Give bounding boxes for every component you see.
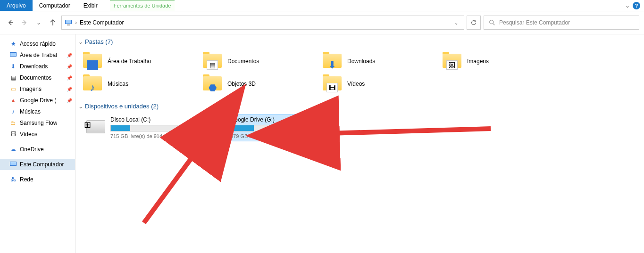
sidebar-item-downloads[interactable]: ⬇ Downloads 📌 xyxy=(0,61,75,72)
sidebar-item-images[interactable]: ▭ Imagens 📌 xyxy=(0,83,75,95)
folder-icon: 🎞 xyxy=(323,75,343,92)
sidebar-item-gdrive[interactable]: ▲ Google Drive ( 📌 xyxy=(0,95,75,106)
sidebar-item-label: Google Drive ( xyxy=(20,97,56,104)
drive-icon xyxy=(206,116,226,133)
recent-locations-button[interactable]: ⌄ xyxy=(33,17,44,28)
sidebar-item-documents[interactable]: ▤ Documentos 📌 xyxy=(0,72,75,83)
folder-label: Objetos 3D xyxy=(227,81,256,87)
folder-videos[interactable]: 🎞 Vídeos xyxy=(323,73,443,95)
menu-tab-drive-tools[interactable]: Ferramentas de Unidade xyxy=(110,0,175,11)
sidebar-quick-access[interactable]: ★ Acesso rápido xyxy=(0,38,75,49)
folder-icon: ⬇ xyxy=(323,53,343,70)
sidebar-item-label: Área de Trabal xyxy=(20,52,57,58)
video-icon: 🎞 xyxy=(9,131,17,138)
svg-line-8 xyxy=(144,152,196,223)
back-button[interactable] xyxy=(5,17,16,28)
svg-rect-7 xyxy=(10,162,16,165)
nav-toolbar: ⌄ › Este Computador ⌄ Pesquisar Este Com… xyxy=(0,11,644,34)
arrow-left-icon xyxy=(7,19,14,26)
sidebar-label: Acesso rápido xyxy=(20,41,56,47)
section-title: Dispositivos e unidades (2) xyxy=(85,103,159,110)
address-history-icon[interactable]: ⌄ xyxy=(452,20,461,25)
drive-status: 715 GB livre(s) de 914 GB xyxy=(110,133,200,139)
pin-icon: 📌 xyxy=(67,75,72,81)
menu-bar: Arquivo Computador Exibir Ferramentas de… xyxy=(0,0,644,11)
pin-icon: 📌 xyxy=(67,64,72,69)
pin-icon: 📌 xyxy=(67,87,72,92)
sidebar-item-samsung-flow[interactable]: 🗀 Samsung Flow xyxy=(0,117,75,129)
sidebar-item-label: Documentos xyxy=(20,74,51,81)
folder-documents[interactable]: ▤ Documentos xyxy=(203,50,323,73)
pin-icon: 📌 xyxy=(67,53,72,58)
folder-label: Vídeos xyxy=(347,81,365,87)
refresh-icon xyxy=(470,19,477,26)
folder-icon: 🗀 xyxy=(9,119,17,127)
svg-rect-1 xyxy=(66,20,71,24)
gdrive-icon: ▲ xyxy=(9,97,17,104)
sidebar-item-videos[interactable]: 🎞 Vídeos xyxy=(0,129,75,140)
folder-downloads[interactable]: ⬇ Downloads xyxy=(323,50,443,73)
cloud-icon: ☁ xyxy=(9,146,17,153)
sidebar-item-label: Imagens xyxy=(20,86,42,92)
sidebar-item-label: Vídeos xyxy=(20,131,37,138)
arrow-up-icon xyxy=(49,19,57,26)
drive-google-g[interactable]: Google Drive (G:) 679 GB livre(s) de 914… xyxy=(203,114,323,141)
breadcrumb-this-pc[interactable]: Este Computador xyxy=(80,19,124,26)
folder-images[interactable]: 🖼 Imagens xyxy=(443,50,562,73)
content-pane: ⌄ Pastas (7) Área de Trabalho ▤ Document… xyxy=(75,34,644,253)
drive-name: Google Drive (G:) xyxy=(230,116,320,123)
sidebar-item-label: Downloads xyxy=(20,63,48,70)
sidebar-item-music[interactable]: ♪ Músicas xyxy=(0,106,75,117)
drive-usage-bar xyxy=(110,125,200,131)
drive-usage-bar xyxy=(230,125,320,131)
folder-icon xyxy=(83,53,103,70)
sidebar-network[interactable]: 🖧 Rede xyxy=(0,174,75,185)
search-placeholder: Pesquisar Este Computador xyxy=(499,19,570,26)
pin-icon: 📌 xyxy=(67,98,72,103)
section-folders[interactable]: ⌄ Pastas (7) xyxy=(78,37,644,50)
section-drives[interactable]: ⌄ Dispositivos e unidades (2) xyxy=(78,102,644,114)
nav-sidebar: ★ Acesso rápido Área de Trabal 📌 ⬇ Downl… xyxy=(0,34,75,253)
menu-tab-view[interactable]: Exibir xyxy=(77,0,104,11)
sidebar-label: OneDrive xyxy=(20,146,44,153)
image-icon: ▭ xyxy=(9,85,17,93)
drive-status: 679 GB livre(s) de 914 GB xyxy=(230,133,320,139)
folder-label: Área de Trabalho xyxy=(108,58,151,65)
chevron-down-icon: ⌄ xyxy=(78,39,83,45)
folder-icon: 🖼 xyxy=(443,53,462,70)
folder-3d-objects[interactable]: ⬣ Objetos 3D xyxy=(203,73,323,95)
menu-tab-computer[interactable]: Computador xyxy=(33,0,77,11)
folder-icon: ♪ xyxy=(83,75,103,92)
sidebar-item-desktop[interactable]: Área de Trabal 📌 xyxy=(0,49,75,61)
svg-rect-2 xyxy=(67,24,70,25)
document-icon: ▤ xyxy=(9,74,17,82)
star-icon: ★ xyxy=(9,40,17,48)
menu-tab-file[interactable]: Arquivo xyxy=(0,0,33,11)
folder-label: Músicas xyxy=(108,81,128,87)
folder-grid: Área de Trabalho ▤ Documentos ⬇ Download… xyxy=(83,50,644,95)
this-pc-icon xyxy=(65,19,72,26)
drive-icon: ⊞ xyxy=(86,116,106,133)
sidebar-onedrive[interactable]: ☁ OneDrive xyxy=(0,144,75,155)
search-icon xyxy=(489,19,495,26)
folder-desktop[interactable]: Área de Trabalho xyxy=(83,50,203,73)
sidebar-this-pc[interactable]: Este Computador xyxy=(0,159,75,170)
folder-music[interactable]: ♪ Músicas xyxy=(83,73,203,95)
svg-point-3 xyxy=(490,20,493,24)
arrow-right-icon xyxy=(21,19,28,26)
help-icon[interactable]: ? xyxy=(633,2,640,9)
drive-local-c[interactable]: ⊞ Disco Local (C:) 715 GB livre(s) de 91… xyxy=(83,114,203,141)
network-icon: 🖧 xyxy=(9,176,17,183)
address-bar[interactable]: › Este Computador ⌄ xyxy=(61,16,464,30)
folder-label: Imagens xyxy=(467,58,489,65)
refresh-button[interactable] xyxy=(467,16,481,30)
this-pc-icon xyxy=(9,161,17,168)
main-area: ★ Acesso rápido Área de Trabal 📌 ⬇ Downl… xyxy=(0,34,644,253)
folder-icon: ⬣ xyxy=(203,75,223,92)
ribbon-toggle-icon[interactable]: ⌄ xyxy=(625,2,630,9)
drive-name: Disco Local (C:) xyxy=(110,116,200,123)
up-button[interactable] xyxy=(47,17,59,28)
search-box[interactable]: Pesquisar Este Computador xyxy=(484,16,639,30)
forward-button[interactable] xyxy=(19,17,30,28)
svg-rect-5 xyxy=(10,53,16,56)
